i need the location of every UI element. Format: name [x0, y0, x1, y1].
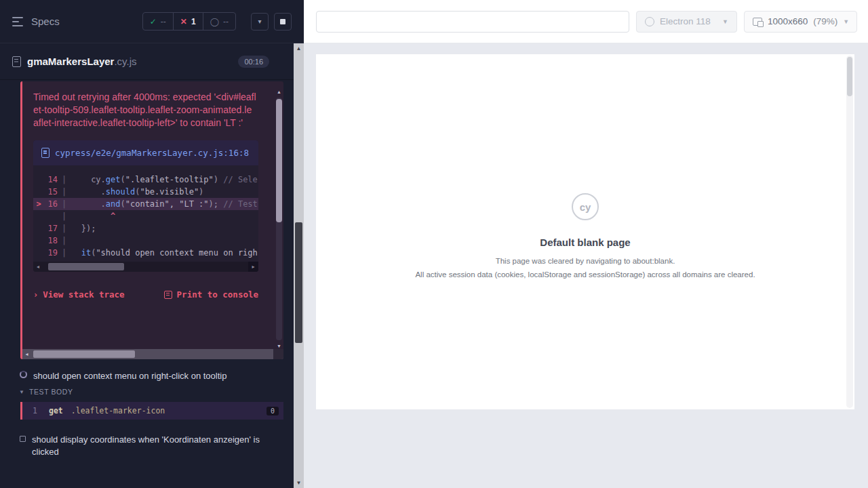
scroll-down-icon[interactable]: ▼ [275, 344, 283, 348]
error-hscroll-thumb[interactable] [33, 350, 135, 358]
error-horizontal-scrollbar: ◂ [22, 349, 283, 359]
scroll-left-icon[interactable]: ◂ [33, 264, 43, 270]
aut-iframe-page: cy Default blank page This page was clea… [316, 54, 854, 409]
scrollbar-corner [273, 349, 283, 359]
test-title: should display coordinates when 'Koordin… [32, 434, 271, 458]
url-toolbar: Electron 118 ▼ 1000x660 (79%) ▼ [304, 0, 868, 43]
collapse-all-button[interactable]: ▾ [251, 13, 269, 30]
view-stack-trace-button[interactable]: › View stack trace [33, 289, 125, 300]
viewport-select[interactable]: 1000x660 (79%) ▼ [744, 11, 857, 33]
check-icon: ✓ [150, 17, 157, 26]
scroll-down-icon[interactable]: ▼ [294, 480, 304, 486]
error-vertical-scrollbar: ▲ ▼ [275, 89, 283, 348]
code-line: 18| [33, 235, 258, 247]
error-actions: › View stack trace Print to console [33, 289, 258, 300]
print-icon [164, 291, 172, 299]
print-to-console-button[interactable]: Print to console [164, 289, 258, 300]
code-lines: 14| cy.get(".leaflet-tooltip") // Sele 1… [33, 165, 258, 262]
aut-background: cy Default blank page This page was clea… [304, 43, 868, 488]
viewport-size: 1000x660 [768, 16, 808, 26]
code-line: | ^ [33, 210, 258, 222]
clock-icon: ◯ [210, 17, 219, 26]
error-vscroll-thumb[interactable] [276, 99, 282, 222]
test-title: should open context menu on right-click … [33, 370, 226, 382]
header-buttons: ▾ [251, 13, 292, 30]
test-body-label: TEST BODY [29, 388, 73, 396]
pending-count: -- [223, 17, 229, 26]
passed-count: -- [161, 17, 166, 26]
code-frame-filename: cypress/e2e/gmaMarkersLayer.cy.js:16:8 [55, 146, 249, 159]
aut-main: Electron 118 ▼ 1000x660 (79%) ▼ cy Defau… [304, 0, 868, 488]
reporter-sidebar: Specs ✓ -- ✕ 1 ◯ -- ▾ [0, 0, 304, 488]
cy-logo: cy [572, 193, 599, 220]
spec-duration-badge: 00:16 [238, 56, 269, 68]
code-hscroll-thumb[interactable] [48, 263, 124, 270]
command-log-row[interactable]: 1 get .leaflet-marker-icon 0 [20, 402, 283, 420]
pending-square-icon [20, 436, 26, 442]
stat-passed[interactable]: ✓ -- [143, 13, 174, 30]
reporter-scrollbar: ▲ ▼ [294, 43, 304, 488]
chevron-down-icon: ▼ [843, 18, 849, 25]
code-frame-file-link[interactable]: cypress/e2e/gmaMarkersLayer.cy.js:16:8 [33, 140, 258, 165]
viewport-scale: (79%) [813, 16, 837, 26]
failed-count: 1 [191, 17, 196, 26]
command-number: 1 [33, 406, 47, 415]
code-horizontal-scrollbar: ◂ ▸ [33, 262, 258, 272]
stop-icon [280, 19, 285, 24]
chevron-right-icon: › [33, 290, 38, 300]
blank-page-subtitle-2: All active session data (cookies, localS… [415, 269, 755, 280]
command-method: get [49, 406, 63, 415]
test-body-toggle[interactable]: ▼ TEST BODY [19, 388, 73, 396]
spec-extension: .cy.js [114, 56, 136, 67]
viewport-icon [753, 18, 762, 26]
test-error-panel: Timed out retrying after 4000ms: expecte… [20, 81, 283, 359]
code-line: 15| .should("be.visible") [33, 186, 258, 198]
url-input[interactable] [316, 11, 629, 33]
specs-menu-icon[interactable] [12, 17, 24, 26]
command-args: .leaflet-marker-icon [71, 406, 165, 415]
test-item-running[interactable]: should open context menu on right-click … [20, 370, 226, 382]
code-frame: cypress/e2e/gmaMarkersLayer.cy.js:16:8 1… [33, 140, 258, 272]
scroll-left-icon[interactable]: ◂ [22, 351, 31, 357]
spec-name: gmaMarkersLayer [27, 56, 114, 67]
stat-pending[interactable]: ◯ -- [203, 13, 235, 30]
chevron-down-icon: ▼ [722, 18, 728, 25]
code-file-icon [41, 148, 50, 158]
test-stats: ✓ -- ✕ 1 ◯ -- [142, 12, 236, 30]
page-scrollbar [846, 56, 853, 408]
blank-page-title: Default blank page [540, 237, 630, 248]
browser-select[interactable]: Electron 118 ▼ [636, 11, 737, 33]
stop-button[interactable] [274, 13, 292, 30]
code-line: >16| .and("contain", "LT :"); // Test [33, 198, 258, 210]
cross-icon: ✕ [180, 17, 187, 26]
code-line: 14| cy.get(".leaflet-tooltip") // Sele [33, 174, 258, 186]
spec-row[interactable]: gmaMarkersLayer.cy.js 00:16 [0, 43, 294, 80]
browser-icon [645, 17, 654, 26]
spinner-icon [20, 371, 27, 378]
stat-failed[interactable]: ✕ 1 [174, 13, 203, 30]
specs-header: Specs ✓ -- ✕ 1 ◯ -- ▾ [0, 0, 304, 43]
blank-page-content: cy Default blank page This page was clea… [316, 54, 854, 280]
test-item-pending[interactable]: should display coordinates when 'Koordin… [20, 434, 271, 458]
spec-file-icon [12, 56, 21, 67]
specs-title: Specs [31, 16, 60, 27]
error-message: Timed out retrying after 4000ms: expecte… [33, 91, 256, 129]
scroll-up-icon[interactable]: ▲ [275, 89, 283, 94]
scroll-up-icon[interactable]: ▲ [294, 45, 304, 52]
code-line: 17| }); [33, 222, 258, 235]
chevron-down-icon: ▼ [19, 389, 24, 395]
reporter-scrollbar-thumb[interactable] [295, 222, 302, 343]
scroll-right-icon[interactable]: ▸ [252, 264, 254, 270]
code-line: 19| it("should open context menu on righ [33, 247, 258, 259]
chevron-down-icon: ▾ [258, 18, 261, 25]
command-badge: 0 [267, 407, 279, 415]
blank-page-subtitle-1: This page was cleared by navigating to a… [496, 256, 675, 266]
page-scrollbar-thumb[interactable] [847, 57, 852, 96]
browser-label: Electron 118 [660, 16, 711, 26]
